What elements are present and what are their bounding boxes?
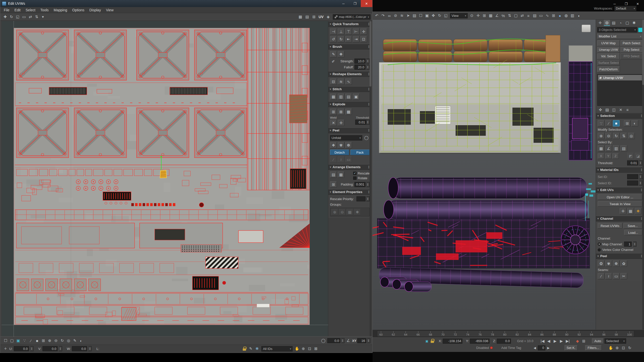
channel-header[interactable]: ▾Channel∥ bbox=[596, 216, 644, 221]
maximize-viewport-toggle-icon[interactable]: ⊞ bbox=[581, 338, 587, 344]
command-panel-scrollbar[interactable] bbox=[642, 20, 644, 330]
uv-editor-settings-icon[interactable]: ▦ bbox=[627, 208, 634, 214]
group-select-icon[interactable]: ▦ bbox=[346, 209, 353, 215]
relax-until-flat-icon[interactable]: ∿ bbox=[345, 78, 352, 85]
align-right-icon[interactable]: ⊢ bbox=[353, 28, 359, 35]
snap-to-grid-icon[interactable]: ▤ bbox=[304, 14, 310, 20]
modifier-set-button-patchdeform[interactable]: PatchDeform bbox=[597, 66, 620, 72]
modifier-set-button-unwrap-uvw[interactable]: Unwrap UVW bbox=[597, 47, 620, 53]
freeze-selection-icon[interactable]: ❄ bbox=[254, 346, 260, 352]
map-channel-field[interactable]: 1 bbox=[624, 242, 632, 247]
snap-to-pixel-icon[interactable]: ⊞ bbox=[311, 14, 317, 20]
peel-solver-dropdown[interactable]: Unfold▾ bbox=[330, 135, 362, 141]
space-horizontally-icon[interactable]: ⇤ bbox=[345, 36, 352, 42]
keyboard-override-icon[interactable]: ⊞ bbox=[481, 13, 488, 19]
timeline-tick-68[interactable]: 68 bbox=[429, 331, 432, 336]
linear-align-icon[interactable]: ⊡ bbox=[360, 36, 367, 42]
hierarchy-tab-icon[interactable]: ▤ bbox=[611, 20, 617, 26]
modifier-set-button-ffd-select[interactable]: FFD Select bbox=[620, 53, 643, 59]
angle-snap-icon[interactable]: ∠ bbox=[494, 13, 500, 19]
pelt-map-icon[interactable]: ❁ bbox=[345, 142, 352, 148]
timeline-tick-100[interactable]: 100 bbox=[627, 331, 632, 336]
create-tab-icon[interactable]: ✛ bbox=[597, 20, 603, 26]
menu-mapping[interactable]: Mapping bbox=[51, 8, 70, 12]
show-map-icon[interactable]: ▣ bbox=[15, 338, 21, 344]
mirror-horizontal-icon[interactable]: ⇄ bbox=[27, 14, 33, 20]
material-ids-header[interactable]: ▾Material IDs∥ bbox=[596, 167, 644, 173]
select-and-move-icon[interactable]: ✥ bbox=[430, 13, 436, 19]
show-grid-icon[interactable]: ▦ bbox=[297, 14, 304, 20]
selection-threshold-field[interactable]: 0.01 bbox=[627, 160, 638, 165]
perspective-viewport[interactable] bbox=[373, 20, 596, 330]
timeline-tick-96[interactable]: 96 bbox=[602, 331, 606, 336]
auto-key-button[interactable]: Auto bbox=[592, 338, 603, 344]
align-top-icon[interactable]: ⊤ bbox=[345, 28, 352, 35]
scrollbar-thumb[interactable] bbox=[370, 21, 371, 86]
select-by-name-icon[interactable]: ▤ bbox=[411, 13, 418, 19]
timeline-tick-86[interactable]: 86 bbox=[540, 331, 544, 336]
select-and-manipulate-icon[interactable]: ✛ bbox=[475, 13, 481, 19]
texture-map-dropdown[interactable]: map #836 (...Color.png) ▾ bbox=[333, 14, 371, 20]
relax-brush-icon[interactable]: ❖ bbox=[338, 51, 344, 57]
modifier-list-dropdown[interactable]: Modifier List▾ bbox=[597, 34, 643, 39]
reset-uvws-button[interactable]: Reset UVWs bbox=[598, 223, 622, 229]
select-z-button[interactable]: Z bbox=[612, 153, 619, 159]
y-coordinate-field[interactable]: -659.036 bbox=[470, 339, 490, 344]
modify-tab-icon[interactable]: ◎ bbox=[604, 20, 610, 26]
edge-subobject-icon[interactable]: ∕ bbox=[605, 120, 612, 126]
rearrange-icon[interactable]: ⊞ bbox=[330, 181, 337, 188]
go-to-start-icon[interactable]: |◀ bbox=[539, 338, 546, 344]
side-panel-scrollbar[interactable] bbox=[370, 21, 371, 336]
selection-rect-icon[interactable]: ▢ bbox=[9, 338, 15, 344]
axis-constraint-label[interactable]: XY bbox=[352, 339, 356, 343]
zoom-icon[interactable]: ⊕ bbox=[300, 346, 306, 352]
selection-drag-mode-icon[interactable]: ☐ bbox=[3, 338, 9, 344]
space-vertically-icon[interactable]: ⇥ bbox=[353, 36, 359, 42]
timeline-tick-84[interactable]: 84 bbox=[528, 331, 531, 336]
rotation-angle-field[interactable]: 0.0 bbox=[327, 338, 340, 343]
mirror-icon[interactable]: ⇄ bbox=[519, 13, 525, 19]
modifier-visibility-icon[interactable]: ◉ bbox=[599, 76, 601, 79]
rotate-checkbox[interactable]: Rotate bbox=[353, 176, 370, 180]
freeform-gizmo-icon[interactable]: ▭ bbox=[21, 14, 27, 20]
curve-editor-icon[interactable]: ∿ bbox=[544, 13, 550, 19]
uv-editor-canvas[interactable] bbox=[2, 21, 328, 336]
rescale-checkbox[interactable]: Rescale bbox=[353, 171, 370, 175]
timeline-tick-90[interactable]: 90 bbox=[565, 331, 569, 336]
loop-selection-icon[interactable]: ↻ bbox=[613, 133, 620, 139]
edit-seams-icon[interactable]: ∕ bbox=[598, 273, 605, 279]
render-setup-icon[interactable]: ◍ bbox=[563, 13, 569, 19]
zoom-extents-all-icon[interactable]: ⊡ bbox=[620, 345, 627, 351]
ignore-backfacing-icon[interactable]: ◐ bbox=[78, 338, 84, 344]
paint-weights-icon[interactable]: ✎ bbox=[248, 346, 254, 352]
group-ungroup-icon[interactable]: ⊖ bbox=[339, 209, 346, 215]
modifier-stack[interactable]: ◉ Unwrap UVW bbox=[597, 74, 643, 106]
falloff-spinner[interactable] bbox=[366, 65, 370, 70]
next-frame-icon[interactable]: ▶ bbox=[558, 338, 565, 344]
schematic-view-icon[interactable]: ⊞ bbox=[550, 13, 557, 19]
material-id-filter-dropdown[interactable]: All IDs▾ bbox=[261, 346, 293, 351]
uv-vertex-mode-icon[interactable]: ∵ bbox=[21, 338, 28, 344]
modifier-set-button-vol-select[interactable]: Vol. Select bbox=[597, 53, 620, 59]
select-by-smoothing-group-icon[interactable]: ▥ bbox=[613, 145, 620, 152]
graphite-ribbon-icon[interactable]: ▭ bbox=[538, 13, 544, 19]
play-animation-icon[interactable]: ▶ bbox=[552, 338, 558, 344]
timeline-tick-72[interactable]: 72 bbox=[454, 331, 457, 336]
point-to-point-seam-icon[interactable]: ≀ bbox=[605, 273, 612, 279]
timeline-tick-60[interactable]: 60 bbox=[379, 331, 383, 336]
align-left-icon[interactable]: ⊣ bbox=[330, 28, 337, 35]
menu-edit[interactable]: Edit bbox=[12, 8, 23, 12]
reset-peel-icon[interactable]: ✿ bbox=[620, 260, 627, 267]
minimize-button[interactable]: ─ bbox=[338, 0, 349, 7]
planar-angle-icon[interactable]: ∠ bbox=[605, 145, 612, 152]
w-coordinate-field[interactable]: 0.0 bbox=[72, 346, 87, 351]
add-time-tag[interactable]: Add Time Tag bbox=[501, 346, 521, 350]
pack-button[interactable]: Pack bbox=[350, 150, 370, 155]
edit-named-selection-sets-icon[interactable]: ▢ bbox=[513, 13, 519, 19]
select-inverted-faces-icon[interactable]: ◩ bbox=[627, 153, 634, 159]
display-tab-icon[interactable]: ▢ bbox=[624, 20, 630, 26]
clear-seams-icon[interactable]: ✂ bbox=[620, 273, 627, 279]
strength-field[interactable]: 10.0 bbox=[354, 59, 366, 64]
grid-subdivision-field[interactable]: 16 bbox=[357, 338, 366, 343]
x-coordinate-field[interactable]: -108.154 bbox=[443, 339, 462, 344]
